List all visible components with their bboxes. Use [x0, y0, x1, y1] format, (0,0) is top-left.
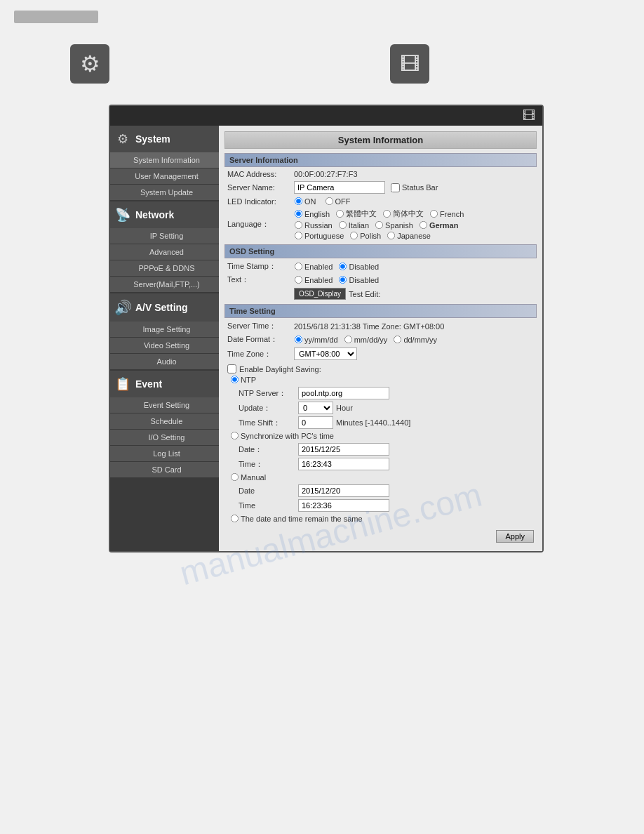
- status-bar-checkbox[interactable]: [391, 183, 400, 192]
- ui-top-icon: 🎞: [523, 109, 535, 124]
- text-disabled-label: Disabled: [349, 276, 379, 284]
- gear-icon[interactable]: [70, 44, 109, 84]
- apply-button[interactable]: Apply: [496, 530, 534, 543]
- sidebar-item-system-information[interactable]: System Information: [110, 152, 219, 168]
- led-on-radio[interactable]: [295, 197, 302, 205]
- sidebar-header-network[interactable]: 📡 Network: [110, 201, 219, 228]
- lang-polish[interactable]: Polish: [349, 231, 381, 240]
- sidebar-item-log-list[interactable]: Log List: [110, 446, 219, 461]
- manual-date-label: Date: [239, 486, 298, 495]
- film-icon[interactable]: [390, 44, 429, 84]
- timezone-select[interactable]: GMT+08:00: [294, 348, 357, 360]
- sync-date-input[interactable]: [298, 443, 389, 456]
- sidebar-item-user-management[interactable]: User Management: [110, 168, 219, 184]
- language-options: English 繁體中文 简体中文 French: [294, 208, 464, 240]
- event-icon: 📋: [114, 376, 131, 392]
- led-off-option[interactable]: OFF: [325, 197, 351, 206]
- sidebar-item-schedule[interactable]: Schedule: [110, 413, 219, 429]
- system-icon: ⚙: [114, 131, 131, 147]
- same-option-row: The date and time remain the same: [224, 514, 537, 523]
- timezone-row: Time Zone： GMT+08:00: [224, 348, 537, 360]
- fmt-yymdd[interactable]: yy/mm/dd: [294, 335, 338, 344]
- sidebar-item-image-setting[interactable]: Image Setting: [110, 322, 219, 337]
- lang-spanish[interactable]: Spanish: [375, 220, 413, 230]
- sync-date-label: Date：: [239, 444, 298, 455]
- same-label: The date and time remain the same: [241, 515, 363, 523]
- manual-radio-option[interactable]: Manual: [230, 472, 266, 482]
- sidebar-section-av: 🔊 A/V Setting Image Setting Video Settin…: [110, 293, 219, 369]
- content-area: System Information Server Information MA…: [219, 126, 542, 551]
- network-icon: 📡: [114, 207, 131, 223]
- sidebar-item-audio[interactable]: Audio: [110, 354, 219, 369]
- lang-italian[interactable]: Italian: [338, 220, 369, 230]
- lang-portuguese[interactable]: Portuguese: [294, 231, 344, 240]
- sidebar-item-io-setting[interactable]: I/O Setting: [110, 430, 219, 445]
- mac-value: 00:0F:00:27:F7:F3: [294, 170, 358, 178]
- led-off-label: OFF: [335, 197, 351, 206]
- led-off-radio[interactable]: [325, 197, 333, 205]
- text-enabled[interactable]: Enabled: [294, 275, 333, 284]
- led-label: LED Indicator:: [227, 197, 294, 206]
- sidebar-item-advanced[interactable]: Advanced: [110, 244, 219, 260]
- sidebar-item-ip-setting[interactable]: IP Setting: [110, 228, 219, 244]
- same-radio-option[interactable]: The date and time remain the same: [230, 514, 363, 523]
- lang-russian[interactable]: Russian: [294, 220, 333, 230]
- top-icons-row: [70, 44, 630, 84]
- lang-german[interactable]: German: [419, 220, 459, 230]
- av-icon: 🔊: [114, 299, 131, 316]
- led-row: LED Indicator: ON OFF: [224, 197, 537, 206]
- sync-time-input[interactable]: [298, 458, 389, 470]
- minutes-hint: Minutes [-1440..1440]: [336, 418, 410, 427]
- event-label: Event: [135, 378, 162, 390]
- osd-text-label: Text：: [227, 274, 294, 285]
- test-edit-label: Test Edit:: [349, 290, 380, 298]
- ts-enabled-label: Enabled: [304, 263, 333, 271]
- sidebar-item-server[interactable]: Server(Mail,FTP,...): [110, 277, 219, 292]
- server-time-label: Server Time：: [227, 321, 294, 331]
- manual-date-input[interactable]: [298, 484, 389, 497]
- ntp-radio-option[interactable]: NTP: [230, 375, 256, 384]
- server-time-value: 2015/6/18 21:31:38 Time Zone: GMT+08:00: [294, 322, 444, 331]
- time-shift-input[interactable]: [298, 416, 333, 429]
- lang-japanese[interactable]: Japanese: [387, 231, 431, 240]
- lang-simp-chinese[interactable]: 简体中文: [382, 208, 424, 219]
- main-container: 🎞 ⚙ System System Information User Manag…: [109, 105, 544, 552]
- server-time-row: Server Time： 2015/6/18 21:31:38 Time Zon…: [224, 321, 537, 331]
- sync-pc-radio-option[interactable]: Synchronize with PC's time: [230, 431, 334, 440]
- ntp-server-input[interactable]: [298, 387, 389, 399]
- update-select[interactable]: 0: [298, 402, 333, 414]
- fmt-mmddyy[interactable]: mm/dd/yy: [344, 335, 388, 344]
- sidebar-item-pppoe-ddns[interactable]: PPPoE & DDNS: [110, 260, 219, 276]
- led-options: ON OFF: [294, 197, 351, 206]
- manual-label: Manual: [241, 473, 266, 482]
- lang-french[interactable]: French: [429, 209, 464, 218]
- sidebar-section-system: ⚙ System System Information User Managem…: [110, 126, 219, 200]
- ui-body: ⚙ System System Information User Managem…: [110, 126, 542, 551]
- sidebar-item-video-setting[interactable]: Video Setting: [110, 338, 219, 353]
- timestamp-options: Enabled Disabled: [294, 262, 379, 271]
- server-name-input[interactable]: [294, 181, 385, 194]
- sidebar-item-sd-card[interactable]: SD Card: [110, 462, 219, 477]
- lang-english[interactable]: English: [294, 209, 330, 218]
- text-disabled[interactable]: Disabled: [338, 275, 379, 284]
- ntp-label: NTP: [241, 376, 256, 384]
- sidebar-item-event-setting[interactable]: Event Setting: [110, 397, 219, 413]
- lang-trad-chinese[interactable]: 繁體中文: [335, 208, 377, 219]
- manual-date-row: Date: [224, 484, 537, 497]
- sidebar-item-system-update[interactable]: System Update: [110, 185, 219, 200]
- fmt-ddmmyy[interactable]: dd/mm/yy: [393, 335, 437, 344]
- ts-enabled[interactable]: Enabled: [294, 262, 333, 271]
- sidebar-section-event: 📋 Event Event Setting Schedule I/O Setti…: [110, 371, 219, 477]
- daylight-label: Enable Daylight Saving:: [239, 365, 321, 373]
- sidebar-header-system[interactable]: ⚙ System: [110, 126, 219, 152]
- sidebar-header-event[interactable]: 📋 Event: [110, 371, 219, 397]
- daylight-checkbox[interactable]: [227, 364, 236, 373]
- sidebar-header-av[interactable]: 🔊 A/V Setting: [110, 293, 219, 322]
- server-name-label: Server Name:: [227, 183, 294, 192]
- osd-display-box: OSD_Display: [294, 288, 346, 300]
- update-label: Update：: [239, 403, 298, 413]
- led-on-option[interactable]: ON: [294, 197, 316, 206]
- timestamp-row: Time Stamp： Enabled Disabled: [224, 261, 537, 272]
- ts-disabled[interactable]: Disabled: [338, 262, 379, 271]
- manual-time-input[interactable]: [298, 499, 389, 512]
